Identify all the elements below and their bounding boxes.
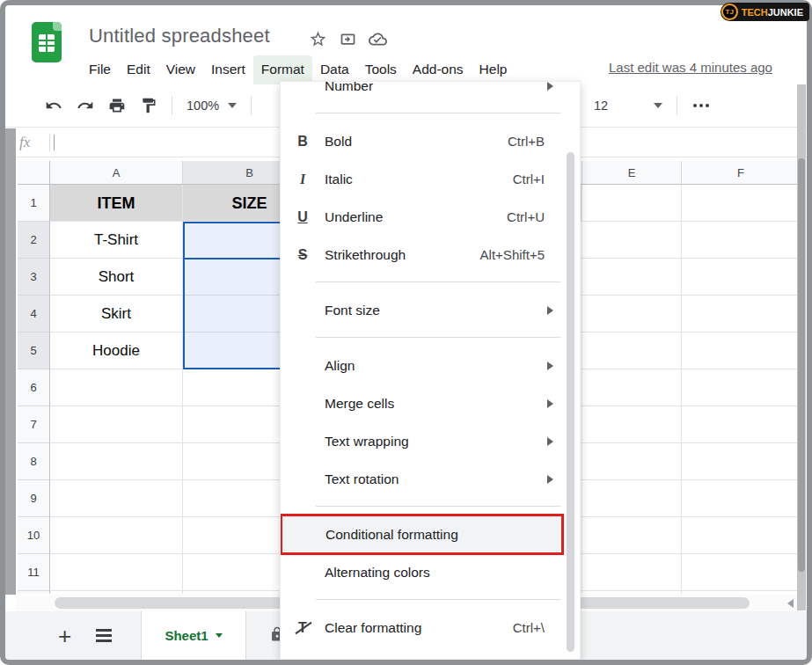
column-header-F[interactable]: F	[682, 161, 801, 185]
cell-E2[interactable]	[582, 222, 682, 259]
column-header-A[interactable]: A	[50, 161, 183, 185]
menu-view[interactable]: View	[158, 55, 203, 86]
menu-edit[interactable]: Edit	[119, 55, 158, 86]
menu-item-strikethrough[interactable]: SStrikethroughAlt+Shift+5	[281, 236, 580, 274]
scroll-left-arrow-icon[interactable]	[787, 599, 794, 608]
column-header-E[interactable]: E	[582, 161, 682, 185]
row-header-2[interactable]: 2	[18, 222, 50, 259]
menu-item-label: Strikethrough	[325, 247, 406, 263]
cell-A8[interactable]	[50, 443, 183, 480]
last-edit-link[interactable]: Last edit was 4 minutes ago	[609, 60, 808, 75]
vertical-scrollbar[interactable]	[797, 84, 806, 610]
cell-A9[interactable]	[50, 480, 183, 517]
star-icon[interactable]	[309, 30, 327, 52]
menu-item-shortcut: Ctrl+B	[508, 134, 567, 149]
menu-item-clear-formatting[interactable]: TClear formattingCtrl+\	[281, 609, 580, 647]
menu-file[interactable]: File	[81, 55, 119, 86]
sheets-logo-icon[interactable]	[32, 22, 62, 62]
more-options-icon[interactable]	[693, 104, 697, 107]
cell-A2[interactable]: T-Shirt	[50, 222, 183, 259]
cell-F1[interactable]	[682, 185, 801, 222]
clear-formatting-icon: T	[298, 620, 307, 636]
row-header-8[interactable]: 8	[18, 443, 50, 480]
row-header-4[interactable]: 4	[18, 296, 50, 332]
menu-scrollbar-thumb[interactable]	[567, 152, 574, 652]
row-header-10[interactable]: 10	[18, 517, 50, 554]
cell-F3[interactable]	[682, 259, 801, 296]
cell-A12[interactable]	[50, 591, 183, 594]
print-button[interactable]	[108, 97, 126, 114]
move-folder-icon[interactable]	[339, 30, 357, 52]
menu-item-bold[interactable]: BBoldCtrl+B	[281, 122, 580, 160]
cell-A7[interactable]	[50, 406, 183, 443]
cell-F10[interactable]	[682, 517, 801, 554]
cell-E10[interactable]	[582, 517, 682, 554]
row-header-12[interactable]	[18, 591, 50, 594]
redo-button[interactable]	[77, 97, 94, 114]
sheet-tab[interactable]: Sheet1	[141, 611, 246, 660]
cell-E4[interactable]	[582, 296, 682, 332]
cell-F8[interactable]	[682, 443, 801, 480]
menu-item-label: Text wrapping	[325, 434, 409, 449]
menu-item-italic[interactable]: IItalicCtrl+I	[281, 160, 580, 198]
cell-F11[interactable]	[682, 554, 801, 591]
cell-F12[interactable]	[682, 591, 801, 594]
google-sheets-window: Untitled spreadsheet FileEditViewInsertF…	[0, 0, 812, 665]
add-sheet-button[interactable]: +	[58, 627, 71, 645]
cell-E8[interactable]	[582, 443, 682, 480]
cell-F4[interactable]	[682, 296, 801, 332]
menu-item-label: Merge cells	[325, 396, 394, 412]
cell-A6[interactable]	[50, 369, 183, 406]
menu-item-shortcut: Alt+Shift+5	[480, 247, 567, 262]
menu-item-merge-cells[interactable]: Merge cells	[281, 384, 580, 422]
cell-E6[interactable]	[582, 369, 682, 406]
cell-E5[interactable]	[582, 332, 682, 369]
sheet-tab-label: Sheet1	[165, 628, 208, 643]
menu-item-text-wrapping[interactable]: Text wrapping	[281, 422, 580, 460]
undo-button[interactable]	[45, 97, 62, 114]
cell-F9[interactable]	[682, 480, 801, 517]
zoom-select[interactable]: 100%	[187, 99, 237, 113]
font-size-select[interactable]: 12	[587, 84, 697, 127]
menu-item-font-size[interactable]: Font size	[281, 291, 580, 329]
row-header-5[interactable]: 5	[18, 332, 50, 369]
cell-E12[interactable]	[582, 591, 682, 594]
select-all-corner[interactable]	[18, 161, 50, 185]
menu-divider	[281, 498, 580, 515]
cell-F5[interactable]	[682, 332, 801, 369]
menu-item-underline[interactable]: UUnderlineCtrl+U	[281, 198, 580, 236]
row-header-7[interactable]: 7	[18, 406, 50, 443]
all-sheets-button[interactable]	[96, 629, 112, 642]
cell-E9[interactable]	[582, 480, 682, 517]
chevron-down-icon	[228, 103, 237, 108]
row-header-6[interactable]: 6	[18, 369, 50, 406]
cell-E7[interactable]	[582, 406, 682, 443]
cell-A4[interactable]: Skirt	[50, 296, 183, 332]
row-header-9[interactable]: 9	[18, 480, 50, 517]
paint-format-button[interactable]	[140, 97, 157, 114]
sheet-tab-menu-icon[interactable]	[216, 633, 223, 638]
menu-item-number[interactable]: Number	[281, 81, 580, 105]
menu-item-align[interactable]: Align	[281, 347, 580, 384]
cell-A10[interactable]	[50, 517, 183, 554]
menu-item-text-rotation[interactable]: Text rotation	[281, 460, 580, 498]
menu-item-alternating-colors[interactable]: Alternating colors	[281, 553, 580, 591]
menu-item-conditional-formatting[interactable]: Conditional formatting	[282, 515, 562, 553]
row-header-11[interactable]: 11	[18, 554, 50, 591]
vertical-scrollbar-thumb[interactable]	[798, 158, 805, 572]
cloud-status-icon[interactable]	[369, 30, 387, 52]
cell-A5[interactable]: Hoodie	[50, 332, 183, 369]
cell-A11[interactable]	[50, 554, 183, 591]
cell-E1[interactable]	[582, 185, 682, 222]
cell-F7[interactable]	[682, 406, 801, 443]
menu-insert[interactable]: Insert	[203, 55, 253, 86]
cell-F2[interactable]	[682, 222, 801, 259]
cell-E3[interactable]	[582, 259, 682, 296]
row-header-1[interactable]: 1	[18, 185, 50, 222]
row-header-3[interactable]: 3	[18, 259, 50, 296]
cell-F6[interactable]	[682, 369, 801, 406]
cell-E11[interactable]	[582, 554, 682, 591]
cell-A1[interactable]: ITEM	[50, 185, 183, 222]
cell-A3[interactable]: Short	[50, 259, 183, 296]
page-title[interactable]: Untitled spreadsheet	[89, 25, 270, 48]
